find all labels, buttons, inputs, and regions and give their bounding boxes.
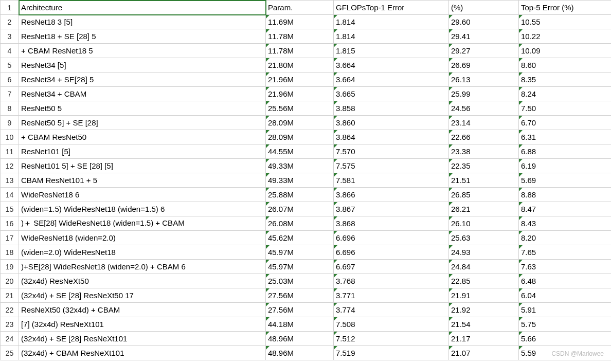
cell-B15[interactable]: 26.07M xyxy=(266,202,334,216)
cell-E6[interactable]: 8.35 xyxy=(519,72,612,87)
cell-D16[interactable]: 26.10 xyxy=(449,216,519,231)
cell-E24[interactable]: 5.66 xyxy=(519,332,612,346)
row-header[interactable]: 24 xyxy=(1,332,19,346)
cell-D11[interactable]: 23.38 xyxy=(449,144,519,159)
cell-D5[interactable]: 26.69 xyxy=(449,58,519,72)
cell-B9[interactable]: 28.09M xyxy=(266,116,334,130)
cell-B8[interactable]: 25.56M xyxy=(266,101,334,116)
cell-C3[interactable]: 1.814 xyxy=(334,29,449,44)
row-header[interactable]: 9 xyxy=(1,116,19,130)
cell-D25[interactable]: 21.07 xyxy=(449,346,519,360)
cell-A16[interactable]: )＋ SE[28] WideResNet18 (widen=1.5) + CBA… xyxy=(19,216,266,231)
cell-C2[interactable]: 1.814 xyxy=(334,15,449,29)
cell-D21[interactable]: 21.91 xyxy=(449,288,519,303)
row-header[interactable]: 1 xyxy=(1,1,19,15)
cell-E23[interactable]: 5.75 xyxy=(519,317,612,332)
cell-E16[interactable]: 8.43 xyxy=(519,216,612,231)
cell-B13[interactable]: 49.33M xyxy=(266,173,334,188)
cell-E18[interactable]: 7.65 xyxy=(519,245,612,260)
cell-B4[interactable]: 11.78M xyxy=(266,44,334,58)
cell-A1[interactable]: Architecture xyxy=(19,1,266,15)
cell-E15[interactable]: 8.47 xyxy=(519,202,612,216)
cell-B2[interactable]: 11.69M xyxy=(266,15,334,29)
cell-C8[interactable]: 3.858 xyxy=(334,101,449,116)
cell-D13[interactable]: 21.51 xyxy=(449,173,519,188)
cell-D23[interactable]: 21.54 xyxy=(449,317,519,332)
cell-A17[interactable]: WideResNet18 (widen=2.0) xyxy=(19,231,266,245)
cell-D15[interactable]: 26.21 xyxy=(449,202,519,216)
cell-A6[interactable]: ResNet34 + SE[28] 5 xyxy=(19,72,266,87)
cell-C1[interactable]: GFLOPsTop-1 Error xyxy=(334,1,449,15)
cell-C22[interactable]: 3.774 xyxy=(334,303,449,317)
cell-A9[interactable]: ResNet50 5] + SE [28] xyxy=(19,116,266,130)
cell-C9[interactable]: 3.860 xyxy=(334,116,449,130)
row-header[interactable]: 2 xyxy=(1,15,19,29)
cell-A15[interactable]: (widen=1.5) WideResNet18 (widen=1.5) 6 xyxy=(19,202,266,216)
cell-A5[interactable]: ResNet34 [5] xyxy=(19,58,266,72)
row-header[interactable]: 12 xyxy=(1,159,19,173)
cell-A13[interactable]: CBAM ResNet101 + 5 xyxy=(19,173,266,188)
cell-A3[interactable]: ResNet18 + SE [28] 5 xyxy=(19,29,266,44)
cell-E2[interactable]: 10.55 xyxy=(519,15,612,29)
row-header[interactable]: 10 xyxy=(1,130,19,144)
cell-A11[interactable]: ResNet101 [5] xyxy=(19,144,266,159)
cell-D24[interactable]: 21.17 xyxy=(449,332,519,346)
cell-A19[interactable]: )+SE[28] WideResNet18 (widen=2.0) + CBAM… xyxy=(19,260,266,274)
cell-E10[interactable]: 6.31 xyxy=(519,130,612,144)
cell-D17[interactable]: 25.63 xyxy=(449,231,519,245)
row-header[interactable]: 3 xyxy=(1,29,19,44)
cell-B18[interactable]: 45.97M xyxy=(266,245,334,260)
cell-A20[interactable]: (32x4d) ResNeXt50 xyxy=(19,274,266,288)
cell-B14[interactable]: 25.88M xyxy=(266,188,334,202)
cell-C5[interactable]: 3.664 xyxy=(334,58,449,72)
cell-C13[interactable]: 7.581 xyxy=(334,173,449,188)
cell-A22[interactable]: ResNeXt50 (32x4d) + CBAM xyxy=(19,303,266,317)
cell-C20[interactable]: 3.768 xyxy=(334,274,449,288)
cell-D3[interactable]: 29.41 xyxy=(449,29,519,44)
cell-C15[interactable]: 3.867 xyxy=(334,202,449,216)
cell-A4[interactable]: + CBAM ResNet18 5 xyxy=(19,44,266,58)
cell-B17[interactable]: 45.62M xyxy=(266,231,334,245)
cell-E4[interactable]: 10.09 xyxy=(519,44,612,58)
row-header[interactable]: 13 xyxy=(1,173,19,188)
cell-B21[interactable]: 27.56M xyxy=(266,288,334,303)
cell-C21[interactable]: 3.771 xyxy=(334,288,449,303)
cell-B10[interactable]: 28.09M xyxy=(266,130,334,144)
cell-A2[interactable]: ResNet18 3 [5] xyxy=(19,15,266,29)
cell-D10[interactable]: 22.66 xyxy=(449,130,519,144)
cell-E21[interactable]: 6.04 xyxy=(519,288,612,303)
row-header[interactable]: 21 xyxy=(1,288,19,303)
cell-B3[interactable]: 11.78M xyxy=(266,29,334,44)
cell-C18[interactable]: 6.696 xyxy=(334,245,449,260)
cell-C24[interactable]: 7.512 xyxy=(334,332,449,346)
cell-B6[interactable]: 21.96M xyxy=(266,72,334,87)
cell-E19[interactable]: 7.63 xyxy=(519,260,612,274)
row-header[interactable]: 8 xyxy=(1,101,19,116)
cell-C25[interactable]: 7.519 xyxy=(334,346,449,360)
cell-D6[interactable]: 26.13 xyxy=(449,72,519,87)
cell-B12[interactable]: 49.33M xyxy=(266,159,334,173)
cell-C11[interactable]: 7.570 xyxy=(334,144,449,159)
cell-D7[interactable]: 25.99 xyxy=(449,87,519,101)
cell-C10[interactable]: 3.864 xyxy=(334,130,449,144)
cell-C7[interactable]: 3.665 xyxy=(334,87,449,101)
cell-E17[interactable]: 8.20 xyxy=(519,231,612,245)
cell-D19[interactable]: 24.84 xyxy=(449,260,519,274)
cell-E12[interactable]: 6.19 xyxy=(519,159,612,173)
cell-D14[interactable]: 26.85 xyxy=(449,188,519,202)
cell-D9[interactable]: 23.14 xyxy=(449,116,519,130)
cell-B25[interactable]: 48.96M xyxy=(266,346,334,360)
row-header[interactable]: 4 xyxy=(1,44,19,58)
cell-D2[interactable]: 29.60 xyxy=(449,15,519,29)
row-header[interactable]: 5 xyxy=(1,58,19,72)
row-header[interactable]: 18 xyxy=(1,245,19,260)
cell-E14[interactable]: 8.88 xyxy=(519,188,612,202)
cell-A12[interactable]: ResNet101 5] + SE [28] [5] xyxy=(19,159,266,173)
row-header[interactable]: 14 xyxy=(1,188,19,202)
cell-A10[interactable]: + CBAM ResNet50 xyxy=(19,130,266,144)
cell-D8[interactable]: 24.56 xyxy=(449,101,519,116)
cell-B22[interactable]: 27.56M xyxy=(266,303,334,317)
cell-A25[interactable]: (32x4d) + CBAM ResNeXt101 xyxy=(19,346,266,360)
cell-B20[interactable]: 25.03M xyxy=(266,274,334,288)
row-header[interactable]: 19 xyxy=(1,260,19,274)
